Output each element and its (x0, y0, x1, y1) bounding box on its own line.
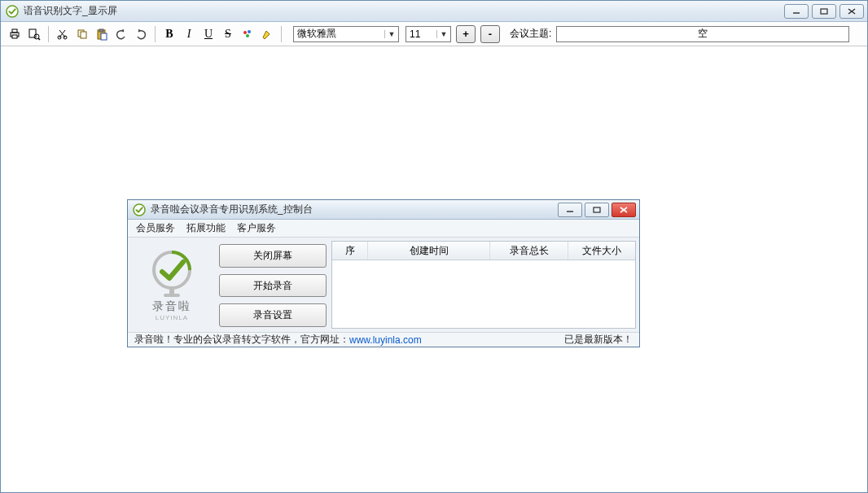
col-create-time[interactable]: 创建时间 (368, 242, 490, 260)
content-area[interactable]: 录音啦会议录音专用识别系统_控制台 会员服务 拓展功能 客户服务 (1, 46, 867, 492)
highlight-button[interactable] (258, 25, 276, 43)
svg-point-22 (246, 34, 249, 37)
minimize-button[interactable] (784, 4, 809, 19)
maximize-button[interactable] (812, 4, 836, 19)
recordings-table[interactable]: 序 创建时间 录音总长 文件大小 (331, 241, 636, 329)
table-header: 序 创建时间 录音总长 文件大小 (332, 242, 635, 260)
main-title: 语音识别文字_显示屏 (24, 4, 784, 18)
app-icon (6, 5, 19, 18)
chevron-down-icon: ▼ (384, 30, 398, 38)
copy-button[interactable] (73, 25, 91, 43)
close-screen-button[interactable]: 关闭屏幕 (219, 244, 327, 268)
svg-line-10 (38, 38, 40, 40)
menu-member[interactable]: 会员服务 (136, 221, 175, 235)
dialog-menubar: 会员服务 拓展功能 客户服务 (128, 220, 639, 238)
col-seq[interactable]: 序 (332, 242, 368, 260)
control-dialog: 录音啦会议录音专用识别系统_控制台 会员服务 拓展功能 客户服务 (127, 199, 640, 347)
dialog-titlebar[interactable]: 录音啦会议录音专用识别系统_控制台 (128, 200, 639, 220)
separator (48, 26, 49, 42)
main-titlebar[interactable]: 语音识别文字_显示屏 (1, 1, 867, 22)
paste-button[interactable] (93, 25, 111, 43)
menu-expand[interactable]: 拓展功能 (186, 221, 226, 235)
font-size-decrease[interactable]: - (480, 25, 500, 43)
separator (281, 26, 282, 42)
svg-rect-19 (101, 33, 107, 40)
col-file-size[interactable]: 文件大小 (568, 242, 635, 260)
svg-rect-16 (81, 32, 86, 38)
svg-rect-29 (169, 286, 174, 294)
logo-text: 录音啦 (152, 299, 191, 314)
logo-icon (146, 249, 198, 298)
cut-button[interactable] (54, 25, 72, 43)
font-size-select[interactable]: 11 ▼ (406, 26, 451, 42)
record-settings-button[interactable]: 录音设置 (219, 303, 327, 327)
font-color-button[interactable] (239, 25, 256, 43)
app-icon (133, 203, 146, 216)
font-size-value: 11 (406, 28, 436, 40)
print-preview-button[interactable] (25, 25, 43, 43)
font-size-increase[interactable]: + (456, 25, 476, 43)
status-url[interactable]: www.luyinla.com (349, 334, 422, 346)
start-record-button[interactable]: 开始录音 (219, 274, 327, 298)
menu-service[interactable]: 客户服务 (237, 221, 276, 235)
status-left: 录音啦！专业的会议录音转文字软件，官方网址： (134, 333, 349, 347)
logo-subtext: LUYINLA (156, 314, 188, 321)
svg-point-21 (248, 30, 251, 33)
svg-rect-2 (821, 9, 827, 14)
dialog-close-button[interactable] (612, 203, 636, 217)
separator (155, 26, 156, 42)
svg-rect-6 (12, 29, 17, 33)
font-select-value: 微软雅黑 (294, 27, 384, 41)
topic-label: 会议主题: (510, 27, 551, 41)
toolbar: B I U S 微软雅黑 ▼ 11 ▼ + - 会议主题: 空 (1, 22, 867, 46)
logo: 录音啦 LUYINLA (133, 242, 211, 327)
font-select[interactable]: 微软雅黑 ▼ (293, 26, 399, 42)
close-button[interactable] (840, 4, 864, 19)
svg-rect-30 (164, 294, 180, 297)
italic-button[interactable]: I (180, 25, 198, 43)
chevron-down-icon: ▼ (436, 30, 450, 38)
main-window: 语音识别文字_显示屏 (0, 0, 868, 493)
dialog-title: 录音啦会议录音专用识别系统_控制台 (151, 203, 558, 216)
strike-button[interactable]: S (219, 25, 237, 43)
status-right: 已是最新版本！ (564, 333, 633, 347)
dialog-statusbar: 录音啦！专业的会议录音转文字软件，官方网址： www.luyinla.com 已… (128, 332, 639, 347)
col-duration[interactable]: 录音总长 (490, 242, 568, 260)
undo-button[interactable] (112, 25, 130, 43)
svg-rect-18 (99, 29, 103, 32)
print-button[interactable] (6, 25, 24, 43)
dialog-minimize-button[interactable] (558, 203, 582, 217)
topic-value: 空 (698, 27, 708, 41)
redo-button[interactable] (132, 25, 150, 43)
dialog-maximize-button[interactable] (585, 203, 609, 217)
svg-rect-25 (594, 207, 600, 212)
svg-rect-8 (29, 29, 36, 37)
underline-button[interactable]: U (199, 25, 217, 43)
svg-point-20 (243, 31, 247, 34)
topic-input[interactable]: 空 (556, 26, 849, 42)
bold-button[interactable]: B (160, 25, 178, 43)
svg-rect-7 (12, 35, 17, 38)
